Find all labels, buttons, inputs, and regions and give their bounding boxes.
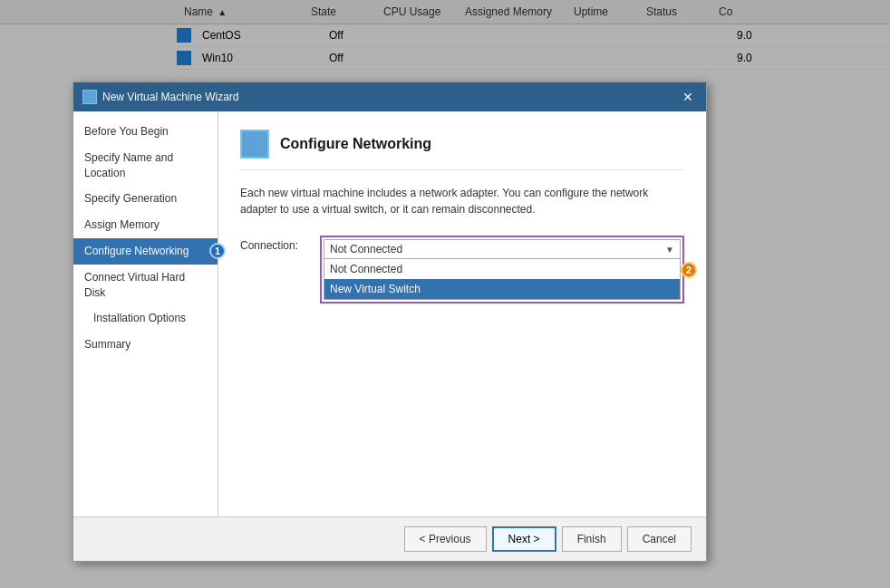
nav-item-connect-vhd[interactable]: Connect Virtual Hard Disk	[73, 265, 218, 306]
content-header: Configure Networking	[240, 130, 684, 170]
finish-button[interactable]: Finish	[562, 526, 622, 552]
connection-dropdown[interactable]: Not Connected ▼	[324, 239, 681, 259]
dialog-body: Before You Begin Specify Name and Locati…	[73, 111, 706, 516]
nav-item-summary[interactable]: Summary	[73, 332, 218, 358]
dialog-close-button[interactable]: ✕	[679, 88, 697, 106]
wizard-content: Configure Networking Each new virtual ma…	[218, 111, 706, 516]
content-title: Configure Networking	[280, 136, 431, 152]
nav-item-configure-networking[interactable]: Configure Networking 1	[73, 238, 218, 265]
cancel-button[interactable]: Cancel	[627, 526, 692, 552]
nav-item-specify-generation[interactable]: Specify Generation	[73, 186, 218, 212]
nav-item-label: Configure Networking	[84, 245, 189, 257]
dropdown-list: Not Connected New Virtual Switch	[324, 259, 681, 300]
nav-item-installation-options[interactable]: Installation Options	[73, 305, 218, 332]
step-badge-1: 1	[209, 243, 226, 259]
nav-item-specify-name[interactable]: Specify Name and Location	[73, 145, 218, 187]
dropdown-option-not-connected[interactable]: Not Connected	[324, 259, 680, 279]
chevron-down-icon: ▼	[665, 245, 674, 255]
titlebar-left: New Virtual Machine Wizard	[82, 90, 239, 104]
previous-button[interactable]: < Previous	[404, 526, 487, 552]
content-description: Each new virtual machine includes a netw…	[240, 185, 684, 217]
connection-dropdown-container: Not Connected ▼ Not Connected New Virtua…	[320, 236, 684, 304]
nav-item-assign-memory[interactable]: Assign Memory	[73, 212, 218, 238]
dropdown-selected-value: Not Connected	[330, 243, 665, 255]
dialog-footer: < Previous Next > Finish Cancel	[73, 516, 706, 561]
nav-item-before-you-begin[interactable]: Before You Begin	[73, 119, 218, 145]
step-badge-2: 2	[681, 262, 697, 278]
content-header-icon	[240, 130, 269, 159]
dialog-titlebar: New Virtual Machine Wizard ✕	[73, 82, 706, 111]
connection-label: Connection:	[240, 236, 313, 252]
wizard-nav: Before You Begin Specify Name and Locati…	[73, 111, 218, 516]
dialog-title: New Virtual Machine Wizard	[102, 91, 239, 103]
connection-form-row: Connection: Not Connected ▼ Not Connecte…	[240, 236, 684, 304]
dialog-title-icon	[82, 90, 97, 104]
dropdown-option-new-virtual-switch[interactable]: New Virtual Switch	[324, 279, 680, 299]
next-button[interactable]: Next >	[492, 526, 556, 552]
new-vm-wizard-dialog: New Virtual Machine Wizard ✕ Before You …	[73, 82, 707, 562]
